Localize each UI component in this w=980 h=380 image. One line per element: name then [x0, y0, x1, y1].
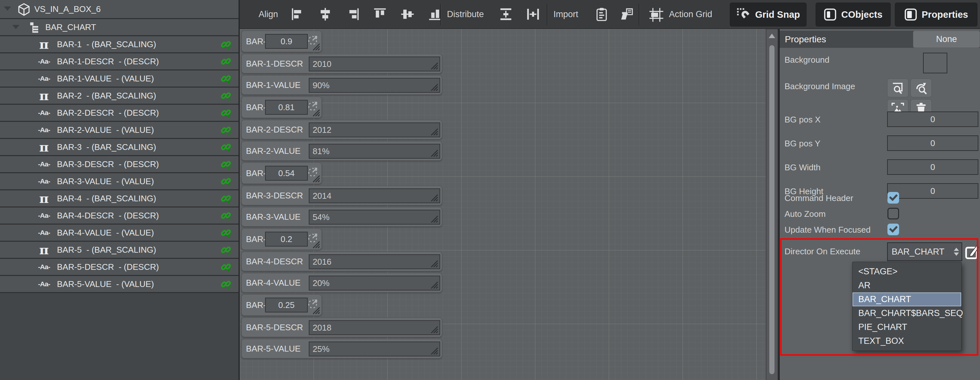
text-input[interactable]: 2014 — [309, 188, 440, 203]
text-widget[interactable]: BAR-5-DESCR2018 — [242, 318, 442, 337]
text-widget[interactable]: BAR-2-DESCR2012 — [242, 120, 442, 139]
reload-image-button[interactable] — [910, 79, 932, 97]
tree-item-row[interactable]: πBAR-4 - (BAR_SCALING) — [0, 190, 239, 207]
knob-value-input[interactable]: 0.2 — [265, 232, 308, 247]
distribute-vertical-icon[interactable] — [499, 7, 513, 21]
text-widget[interactable]: BAR-1-VALUE90% — [242, 75, 442, 95]
scrollbar-thumb[interactable] — [769, 45, 775, 374]
bg-pos-y-input[interactable]: 0 — [887, 135, 978, 151]
knob-widget[interactable]: BAR-20.81 — [242, 97, 322, 118]
resize-grip-icon[interactable] — [429, 60, 439, 70]
text-input[interactable]: 2018 — [309, 320, 440, 335]
option-text-box[interactable]: TEXT_BOX — [853, 334, 961, 348]
align-middle-vertical-icon[interactable] — [400, 7, 415, 21]
resize-grip-icon[interactable] — [429, 214, 439, 223]
text-input[interactable]: 20% — [309, 276, 440, 290]
knob-value-input[interactable]: 0.81 — [265, 100, 308, 115]
action-grid-icon[interactable] — [649, 7, 663, 21]
knob-widget[interactable]: BAR-40.2 — [242, 228, 322, 250]
green-chain-link-icon[interactable] — [220, 107, 231, 118]
tree-item-row[interactable]: -Aa-BAR-1-VALUE - (VALUE) — [0, 70, 239, 87]
green-chain-link-icon[interactable] — [220, 244, 231, 255]
background-color-swatch[interactable] — [923, 53, 947, 73]
tree-item-row[interactable]: -Aa-BAR-5-VALUE - (VALUE) — [0, 276, 239, 293]
tree-item-row[interactable]: πBAR-3 - (BAR_SCALING) — [0, 139, 239, 156]
resize-grip-icon[interactable] — [311, 239, 320, 249]
align-top-icon[interactable] — [373, 7, 387, 21]
bg-width-input[interactable]: 0 — [887, 159, 978, 175]
align-center-horizontal-icon[interactable] — [318, 7, 332, 21]
option-bar-chart[interactable]: BAR_CHART — [853, 293, 961, 306]
tree-item-row[interactable]: -Aa-BAR-2-DESCR - (DESCR) — [0, 105, 239, 122]
resize-grip-icon[interactable] — [311, 305, 320, 315]
green-chain-link-icon[interactable] — [220, 176, 231, 187]
text-widget[interactable]: BAR-1-DESCR2010 — [242, 54, 442, 73]
tree-group-row[interactable]: BAR_CHART — [0, 19, 239, 36]
tree-item-row[interactable]: -Aa-BAR-4-DESCR - (DESCR) — [0, 207, 239, 225]
text-input[interactable]: 90% — [309, 78, 440, 93]
text-input[interactable]: 2010 — [309, 57, 440, 71]
none-button[interactable]: None — [913, 31, 980, 48]
find-image-button[interactable] — [887, 79, 908, 97]
option-stage[interactable]: <STAGE> — [853, 264, 961, 279]
green-chain-link-icon[interactable] — [220, 210, 231, 221]
text-input[interactable]: 2016 — [309, 254, 440, 269]
option-ar[interactable]: AR — [853, 279, 961, 293]
director-on-execute-dropdown[interactable]: BAR_CHART — [887, 242, 962, 261]
text-widget[interactable]: BAR-4-DESCR2016 — [242, 252, 442, 271]
resize-grip-icon[interactable] — [311, 107, 320, 117]
green-chain-link-icon[interactable] — [220, 261, 231, 272]
bg-pos-x-input[interactable]: 0 — [887, 111, 978, 127]
text-widget[interactable]: BAR-5-VALUE25% — [242, 339, 442, 358]
tree-item-row[interactable]: -Aa-BAR-3-VALUE - (VALUE) — [0, 173, 239, 190]
resize-grip-icon[interactable] — [429, 126, 439, 136]
tree-item-row[interactable]: -Aa-BAR-5-DESCR - (DESCR) — [0, 259, 239, 276]
text-input[interactable]: 54% — [309, 210, 440, 225]
resize-grip-icon[interactable] — [311, 41, 320, 51]
update-when-focused-checkbox[interactable] — [888, 223, 899, 235]
green-chain-link-icon[interactable] — [220, 56, 231, 67]
green-chain-link-icon[interactable] — [220, 193, 231, 204]
resize-grip-icon[interactable] — [429, 280, 439, 289]
command-header-checkbox[interactable] — [888, 192, 899, 204]
text-widget[interactable]: BAR-2-VALUE81% — [242, 141, 442, 161]
align-left-icon[interactable] — [291, 7, 305, 21]
cobjects-button[interactable]: CObjects — [816, 3, 891, 27]
green-chain-link-icon[interactable] — [220, 124, 231, 135]
tree-item-row[interactable]: -Aa-BAR-1-DESCR - (DESCR) — [0, 53, 239, 70]
green-chain-link-icon[interactable] — [220, 227, 231, 238]
text-input[interactable]: 2012 — [309, 122, 440, 137]
resize-grip-icon[interactable] — [429, 345, 439, 355]
grid-snap-button[interactable]: Grid Snap — [730, 3, 807, 27]
knob-value-input[interactable]: 0.54 — [265, 166, 308, 180]
tree-item-row[interactable]: πBAR-1 - (BAR_SCALING) — [0, 36, 239, 53]
text-widget[interactable]: BAR-4-VALUE20% — [242, 273, 442, 293]
tree-item-row[interactable]: -Aa-BAR-2-VALUE - (VALUE) — [0, 122, 239, 139]
auto-zoom-checkbox[interactable] — [888, 208, 899, 219]
text-widget[interactable]: BAR-3-VALUE54% — [242, 207, 442, 226]
text-input[interactable]: 81% — [309, 144, 440, 159]
tree-root-row[interactable]: VS_IN_A_BOX_6 — [0, 0, 239, 19]
text-widget[interactable]: BAR-3-DESCR2014 — [242, 186, 442, 205]
knob-value-input[interactable]: 0.25 — [265, 298, 308, 312]
tree-item-row[interactable]: -Aa-BAR-4-VALUE - (VALUE) — [0, 225, 239, 242]
resize-grip-icon[interactable] — [429, 82, 439, 92]
resize-grip-icon[interactable] — [429, 258, 439, 268]
collapse-caret-icon[interactable] — [4, 6, 11, 11]
text-input[interactable]: 25% — [309, 342, 440, 356]
open-folder-icon[interactable] — [621, 7, 635, 21]
properties-button[interactable]: Properties — [895, 3, 977, 27]
green-chain-link-icon[interactable] — [220, 279, 231, 290]
resize-grip-icon[interactable] — [429, 148, 439, 157]
green-chain-link-icon[interactable] — [220, 39, 231, 50]
knob-widget[interactable]: BAR-10.9 — [242, 31, 322, 52]
green-chain-link-icon[interactable] — [220, 159, 231, 169]
distribute-horizontal-icon[interactable] — [526, 7, 540, 21]
tree-item-row[interactable]: -Aa-BAR-3-DESCR - (DESCR) — [0, 156, 239, 173]
knob-value-input[interactable]: 0.9 — [265, 34, 308, 49]
tree-item-row[interactable]: πBAR-2 - (BAR_SCALING) — [0, 87, 239, 105]
knob-widget[interactable]: BAR-50.25 — [242, 294, 322, 316]
clipboard-icon[interactable] — [595, 7, 609, 21]
tree-item-row[interactable]: πBAR-5 - (BAR_SCALING) — [0, 242, 239, 259]
option-bar-chart-bars-seq[interactable]: BAR_CHART$BARS_SEQ — [853, 306, 961, 320]
